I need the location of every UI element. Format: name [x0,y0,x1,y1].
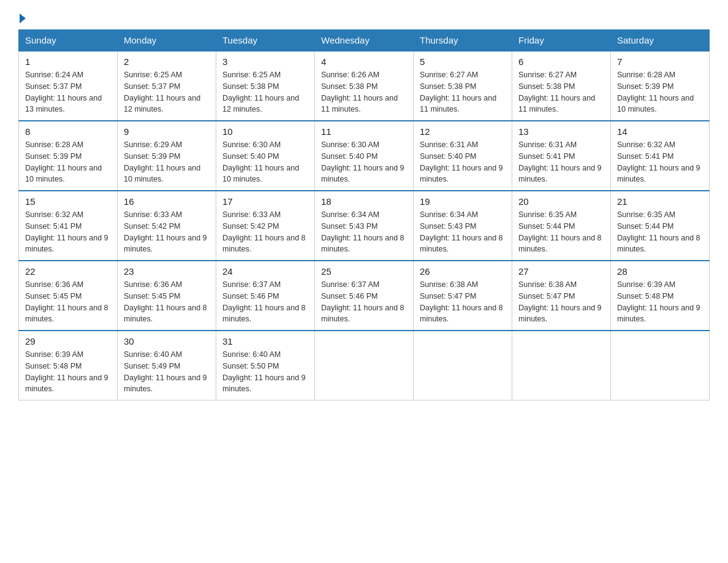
day-number: 8 [25,126,111,137]
day-info: Sunrise: 6:36 AM Sunset: 5:45 PM Dayligh… [124,279,210,325]
day-number: 12 [420,126,506,137]
calendar-cell: 29 Sunrise: 6:39 AM Sunset: 5:48 PM Dayl… [19,331,118,400]
day-info: Sunrise: 6:40 AM Sunset: 5:50 PM Dayligh… [222,349,308,395]
day-info: Sunrise: 6:24 AM Sunset: 5:37 PM Dayligh… [25,69,111,115]
calendar-cell [611,331,710,400]
calendar-cell: 1 Sunrise: 6:24 AM Sunset: 5:37 PM Dayli… [19,51,118,121]
day-info: Sunrise: 6:34 AM Sunset: 5:43 PM Dayligh… [321,209,407,255]
calendar-cell: 28 Sunrise: 6:39 AM Sunset: 5:48 PM Dayl… [611,261,710,331]
day-info: Sunrise: 6:32 AM Sunset: 5:41 PM Dayligh… [617,139,703,185]
calendar-cell: 20 Sunrise: 6:35 AM Sunset: 5:44 PM Dayl… [512,191,611,261]
day-info: Sunrise: 6:25 AM Sunset: 5:37 PM Dayligh… [124,69,210,115]
day-info: Sunrise: 6:29 AM Sunset: 5:39 PM Dayligh… [124,139,210,185]
day-number: 14 [617,126,703,137]
calendar-cell: 22 Sunrise: 6:36 AM Sunset: 5:45 PM Dayl… [19,261,118,331]
calendar-cell: 26 Sunrise: 6:38 AM Sunset: 5:47 PM Dayl… [414,261,512,331]
day-number: 4 [321,56,407,67]
calendar-cell: 27 Sunrise: 6:38 AM Sunset: 5:47 PM Dayl… [512,261,611,331]
day-number: 23 [124,266,210,277]
calendar-cell [414,331,512,400]
calendar-cell: 16 Sunrise: 6:33 AM Sunset: 5:42 PM Dayl… [118,191,216,261]
day-number: 28 [617,266,703,277]
day-number: 22 [25,266,111,277]
day-of-week-header: Monday [118,30,216,52]
day-info: Sunrise: 6:39 AM Sunset: 5:48 PM Dayligh… [25,349,111,395]
calendar-cell: 5 Sunrise: 6:27 AM Sunset: 5:38 PM Dayli… [414,51,512,121]
calendar-week-row: 8 Sunrise: 6:28 AM Sunset: 5:39 PM Dayli… [19,121,710,191]
day-info: Sunrise: 6:37 AM Sunset: 5:46 PM Dayligh… [321,279,407,325]
day-info: Sunrise: 6:30 AM Sunset: 5:40 PM Dayligh… [222,139,308,185]
day-info: Sunrise: 6:31 AM Sunset: 5:41 PM Dayligh… [518,139,604,185]
calendar-cell: 25 Sunrise: 6:37 AM Sunset: 5:46 PM Dayl… [315,261,414,331]
calendar-cell: 12 Sunrise: 6:31 AM Sunset: 5:40 PM Dayl… [414,121,512,191]
day-info: Sunrise: 6:40 AM Sunset: 5:49 PM Dayligh… [124,349,210,395]
day-info: Sunrise: 6:34 AM Sunset: 5:43 PM Dayligh… [420,209,506,255]
day-info: Sunrise: 6:33 AM Sunset: 5:42 PM Dayligh… [124,209,210,255]
calendar-week-row: 1 Sunrise: 6:24 AM Sunset: 5:37 PM Dayli… [19,51,710,121]
calendar-table: SundayMondayTuesdayWednesdayThursdayFrid… [18,29,710,400]
day-info: Sunrise: 6:36 AM Sunset: 5:45 PM Dayligh… [25,279,111,325]
calendar-week-row: 15 Sunrise: 6:32 AM Sunset: 5:41 PM Dayl… [19,191,710,261]
calendar-cell: 3 Sunrise: 6:25 AM Sunset: 5:38 PM Dayli… [216,51,315,121]
day-info: Sunrise: 6:25 AM Sunset: 5:38 PM Dayligh… [222,69,308,115]
day-info: Sunrise: 6:28 AM Sunset: 5:39 PM Dayligh… [25,139,111,185]
day-number: 25 [321,266,407,277]
day-number: 27 [518,266,604,277]
day-number: 10 [222,126,308,137]
day-of-week-header: Wednesday [315,30,414,52]
day-info: Sunrise: 6:37 AM Sunset: 5:46 PM Dayligh… [222,279,308,325]
day-info: Sunrise: 6:38 AM Sunset: 5:47 PM Dayligh… [420,279,506,325]
page-header [18,12,710,23]
logo [18,12,26,23]
calendar-cell: 15 Sunrise: 6:32 AM Sunset: 5:41 PM Dayl… [19,191,118,261]
day-number: 9 [124,126,210,137]
day-of-week-header: Friday [512,30,611,52]
day-info: Sunrise: 6:32 AM Sunset: 5:41 PM Dayligh… [25,209,111,255]
day-of-week-header: Tuesday [216,30,315,52]
calendar-cell: 11 Sunrise: 6:30 AM Sunset: 5:40 PM Dayl… [315,121,414,191]
calendar-cell: 2 Sunrise: 6:25 AM Sunset: 5:37 PM Dayli… [118,51,216,121]
calendar-cell: 6 Sunrise: 6:27 AM Sunset: 5:38 PM Dayli… [512,51,611,121]
calendar-cell: 13 Sunrise: 6:31 AM Sunset: 5:41 PM Dayl… [512,121,611,191]
calendar-cell: 24 Sunrise: 6:37 AM Sunset: 5:46 PM Dayl… [216,261,315,331]
day-number: 19 [420,196,506,207]
calendar-header: SundayMondayTuesdayWednesdayThursdayFrid… [19,30,710,52]
day-info: Sunrise: 6:35 AM Sunset: 5:44 PM Dayligh… [518,209,604,255]
day-of-week-header: Thursday [414,30,512,52]
calendar-cell: 19 Sunrise: 6:34 AM Sunset: 5:43 PM Dayl… [414,191,512,261]
day-number: 13 [518,126,604,137]
day-number: 5 [420,56,506,67]
calendar-cell [315,331,414,400]
calendar-cell: 17 Sunrise: 6:33 AM Sunset: 5:42 PM Dayl… [216,191,315,261]
day-info: Sunrise: 6:38 AM Sunset: 5:47 PM Dayligh… [518,279,604,325]
day-number: 20 [518,196,604,207]
calendar-cell: 30 Sunrise: 6:40 AM Sunset: 5:49 PM Dayl… [118,331,216,400]
day-number: 26 [420,266,506,277]
day-number: 21 [617,196,703,207]
day-info: Sunrise: 6:30 AM Sunset: 5:40 PM Dayligh… [321,139,407,185]
day-of-week-header: Saturday [611,30,710,52]
day-number: 2 [124,56,210,67]
day-number: 1 [25,56,111,67]
logo-arrow-icon [20,13,26,23]
day-of-week-header: Sunday [19,30,118,52]
day-number: 3 [222,56,308,67]
calendar-cell: 14 Sunrise: 6:32 AM Sunset: 5:41 PM Dayl… [611,121,710,191]
day-info: Sunrise: 6:31 AM Sunset: 5:40 PM Dayligh… [420,139,506,185]
calendar-cell: 7 Sunrise: 6:28 AM Sunset: 5:39 PM Dayli… [611,51,710,121]
day-number: 31 [222,336,308,347]
day-info: Sunrise: 6:27 AM Sunset: 5:38 PM Dayligh… [518,69,604,115]
calendar-week-row: 29 Sunrise: 6:39 AM Sunset: 5:48 PM Dayl… [19,331,710,400]
calendar-cell: 23 Sunrise: 6:36 AM Sunset: 5:45 PM Dayl… [118,261,216,331]
day-info: Sunrise: 6:39 AM Sunset: 5:48 PM Dayligh… [617,279,703,325]
day-number: 24 [222,266,308,277]
day-number: 15 [25,196,111,207]
day-number: 30 [124,336,210,347]
calendar-body: 1 Sunrise: 6:24 AM Sunset: 5:37 PM Dayli… [19,51,710,400]
calendar-cell: 10 Sunrise: 6:30 AM Sunset: 5:40 PM Dayl… [216,121,315,191]
calendar-cell: 31 Sunrise: 6:40 AM Sunset: 5:50 PM Dayl… [216,331,315,400]
calendar-cell: 21 Sunrise: 6:35 AM Sunset: 5:44 PM Dayl… [611,191,710,261]
day-info: Sunrise: 6:26 AM Sunset: 5:38 PM Dayligh… [321,69,407,115]
day-info: Sunrise: 6:33 AM Sunset: 5:42 PM Dayligh… [222,209,308,255]
day-number: 29 [25,336,111,347]
